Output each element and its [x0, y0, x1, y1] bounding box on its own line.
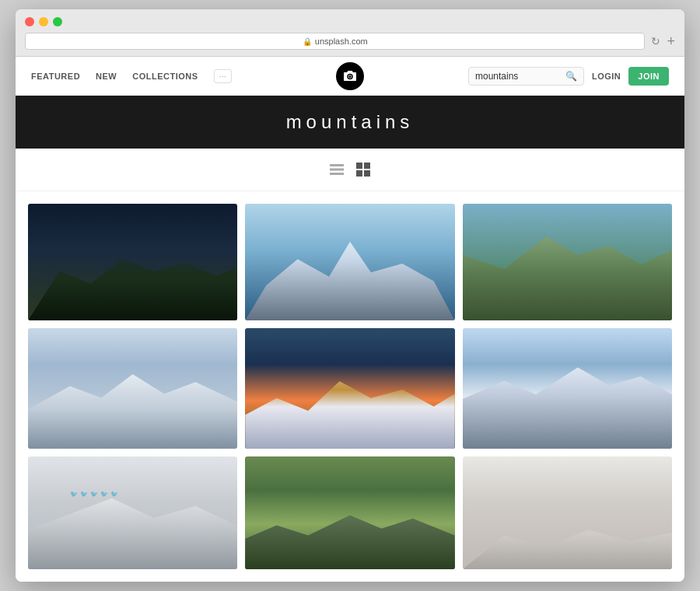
photo-item[interactable] — [245, 204, 454, 320]
grid-view-button[interactable] — [353, 159, 373, 183]
hero-title: mountains — [31, 111, 669, 133]
svg-rect-2 — [330, 164, 344, 166]
photo-item[interactable] — [463, 204, 672, 320]
nav-collections[interactable]: COLLECTIONS — [132, 72, 198, 81]
address-bar[interactable]: 🔒 unsplash.com — [25, 33, 645, 50]
new-tab-button[interactable]: + — [667, 34, 675, 48]
nav-new[interactable]: NEW — [96, 72, 117, 81]
photo-item[interactable] — [245, 456, 454, 569]
lock-icon: 🔒 — [303, 37, 312, 46]
photo-item[interactable] — [28, 328, 237, 449]
nav-links: FEATURED NEW COLLECTIONS ··· — [31, 69, 232, 83]
svg-rect-7 — [356, 170, 362, 177]
svg-rect-5 — [356, 163, 362, 169]
photo-item[interactable] — [28, 456, 237, 569]
hero-banner: mountains — [16, 96, 684, 149]
search-input[interactable] — [475, 71, 561, 82]
browser-window: 🔒 unsplash.com ↻ + FEATURED NEW COLLECTI… — [16, 9, 684, 582]
address-bar-row: 🔒 unsplash.com ↻ + — [25, 33, 675, 56]
nav-right: 🔍 LOGIN JOIN — [468, 67, 669, 86]
refresh-button[interactable]: ↻ — [651, 35, 660, 47]
photo-item[interactable] — [28, 204, 237, 320]
browser-chrome: 🔒 unsplash.com ↻ + — [16, 9, 684, 57]
url-text: unsplash.com — [315, 37, 368, 46]
traffic-lights — [25, 17, 675, 26]
login-button[interactable]: LOGIN — [592, 72, 621, 81]
maximize-button[interactable] — [53, 17, 62, 26]
search-icon[interactable]: 🔍 — [565, 71, 577, 82]
svg-rect-4 — [330, 173, 344, 175]
search-box[interactable]: 🔍 — [468, 67, 584, 86]
nav-featured[interactable]: FEATURED — [31, 72, 80, 81]
photo-item[interactable] — [463, 328, 672, 449]
view-toggle — [16, 149, 684, 191]
photo-item[interactable] — [245, 328, 454, 449]
photo-item[interactable] — [463, 456, 672, 569]
camera-icon[interactable] — [336, 62, 364, 90]
svg-point-1 — [348, 75, 351, 78]
nav-logo — [232, 62, 468, 90]
close-button[interactable] — [25, 17, 34, 26]
photo-grid — [16, 191, 684, 582]
svg-rect-8 — [364, 170, 370, 177]
join-button[interactable]: JOIN — [628, 67, 669, 86]
site-nav: FEATURED NEW COLLECTIONS ··· 🔍 LOGIN JOI… — [16, 57, 684, 96]
nav-more[interactable]: ··· — [214, 69, 232, 83]
minimize-button[interactable] — [39, 17, 48, 26]
svg-rect-3 — [330, 169, 344, 171]
svg-rect-6 — [364, 163, 370, 169]
list-view-button[interactable] — [327, 159, 347, 183]
